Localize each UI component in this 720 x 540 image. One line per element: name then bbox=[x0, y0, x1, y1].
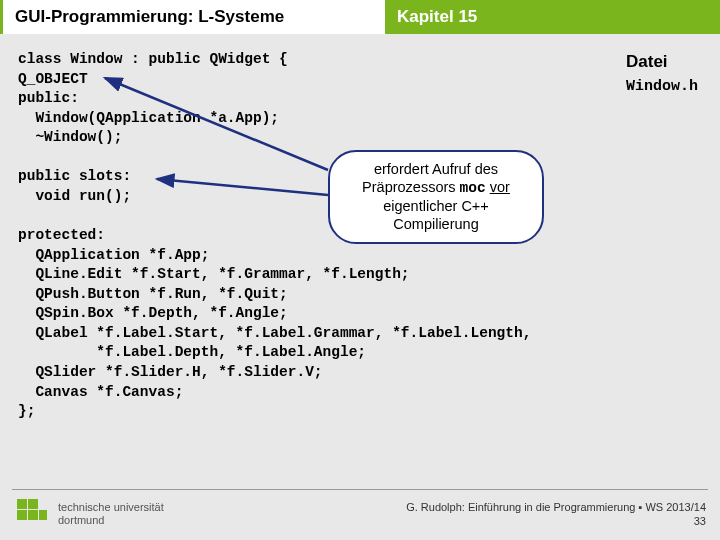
code-line: ~Window(); bbox=[18, 129, 122, 145]
code-line: QLabel *f.Label.Start, *f.Label.Grammar,… bbox=[18, 325, 531, 341]
file-info: Datei Window.h bbox=[626, 52, 698, 95]
callout-box: erfordert Aufruf des Präprozessors moc v… bbox=[328, 150, 544, 244]
svg-rect-1 bbox=[17, 499, 27, 509]
callout-vor: vor bbox=[490, 179, 510, 195]
page-number: 33 bbox=[406, 514, 706, 528]
code-line: Q_OBJECT bbox=[18, 71, 88, 87]
callout-text: eigentlicher C++ bbox=[383, 198, 489, 214]
callout-text: erfordert Aufruf des bbox=[374, 161, 498, 177]
slide-header: GUI-Programmierung: L-Systeme Kapitel 15 bbox=[0, 0, 720, 34]
code-line: void run(); bbox=[18, 188, 131, 204]
header-title-left: GUI-Programmierung: L-Systeme bbox=[0, 0, 385, 34]
code-line: Canvas *f.Canvas; bbox=[18, 384, 183, 400]
file-name: Window.h bbox=[626, 78, 698, 95]
code-line: QLine.Edit *f.Start, *f.Grammar, *f.Leng… bbox=[18, 266, 410, 282]
slide-credit: G. Rudolph: Einführung in die Programmie… bbox=[406, 500, 706, 529]
callout-text: Compilierung bbox=[393, 216, 478, 232]
svg-rect-5 bbox=[39, 510, 47, 520]
svg-rect-3 bbox=[17, 510, 27, 520]
file-label: Datei bbox=[626, 52, 698, 72]
code-line: *f.Label.Depth, *f.Label.Angle; bbox=[18, 344, 366, 360]
code-line: QSpin.Box *f.Depth, *f.Angle; bbox=[18, 305, 288, 321]
code-line: }; bbox=[18, 403, 35, 419]
university-name: technische universität dortmund bbox=[58, 501, 164, 526]
code-line: protected: bbox=[18, 227, 105, 243]
svg-rect-4 bbox=[28, 510, 38, 520]
tu-logo-icon bbox=[14, 496, 50, 532]
university-logo: technische universität dortmund bbox=[14, 496, 164, 532]
credit-text: G. Rudolph: Einführung in die Programmie… bbox=[406, 501, 706, 513]
code-line: Window(QApplication *a.App); bbox=[18, 110, 279, 126]
uni-line1: technische universität bbox=[58, 501, 164, 513]
svg-rect-2 bbox=[28, 499, 38, 509]
uni-line2: dortmund bbox=[58, 514, 104, 526]
code-line: QApplication *f.App; bbox=[18, 247, 209, 263]
header-title-right: Kapitel 15 bbox=[385, 0, 720, 34]
code-line: QSlider *f.Slider.H, *f.Slider.V; bbox=[18, 364, 323, 380]
callout-text: Präprozessors bbox=[362, 179, 460, 195]
code-line: public slots: bbox=[18, 168, 131, 184]
code-line: public: bbox=[18, 90, 79, 106]
code-line: QPush.Button *f.Run, *f.Quit; bbox=[18, 286, 288, 302]
callout-moc: moc bbox=[460, 180, 486, 196]
slide-footer: technische universität dortmund G. Rudol… bbox=[0, 488, 720, 540]
code-line: class Window : public QWidget { bbox=[18, 51, 288, 67]
